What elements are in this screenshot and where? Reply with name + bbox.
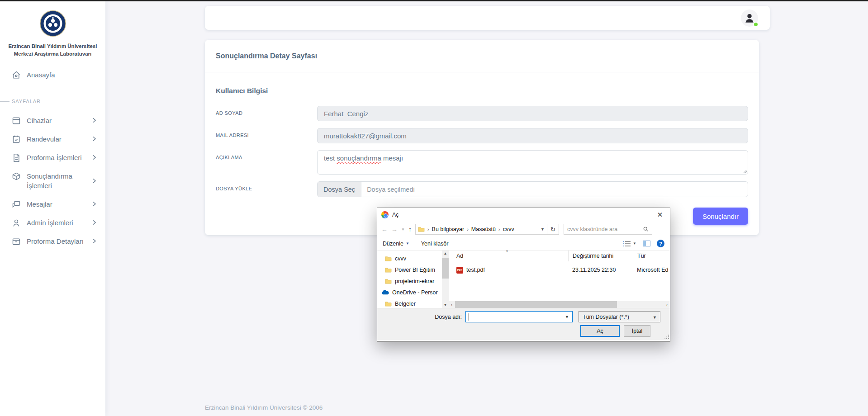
- chevron-right-icon: [92, 201, 96, 207]
- ad-soyad-label: AD SOYAD: [216, 106, 317, 116]
- change-view-button[interactable]: ▼: [623, 241, 636, 246]
- forward-icon[interactable]: →: [391, 226, 398, 233]
- dialog-address-bar: ← → ▼ ↑ › Bu bilgisayar › Masaüstü › cvv…: [377, 222, 670, 237]
- scroll-down-icon[interactable]: ▼: [442, 302, 449, 308]
- chevron-right-icon: [92, 238, 96, 244]
- sidebar-item-sonuclandirma-islemleri[interactable]: Sonuçlandırma İşlemleri: [0, 167, 105, 195]
- scroll-left-icon[interactable]: ‹: [449, 301, 455, 308]
- breadcrumb-separator: ›: [427, 227, 429, 232]
- sidebar-section-label: SAYFALAR: [0, 96, 105, 107]
- tree-item-onedrive[interactable]: OneDrive - Persor: [377, 287, 442, 298]
- breadcrumb-item-cvvv[interactable]: cvvv: [503, 226, 514, 232]
- dialog-title: Aç: [392, 212, 654, 218]
- mail-input[interactable]: [317, 128, 748, 143]
- filename-input[interactable]: ▼: [465, 311, 573, 322]
- online-status-dot: [753, 22, 759, 27]
- folder-tree-pane: cvvv Power BI Eğitim projelerim-ekrar On…: [377, 251, 442, 308]
- chevron-right-icon: [92, 178, 96, 184]
- file-list-header: ▼ Ad Değiştirme tarihi Tür: [449, 251, 670, 261]
- aciklama-textarea[interactable]: test sonuçlandırma mesajı: [317, 150, 748, 175]
- address-dropdown-chevron-icon[interactable]: ▼: [541, 227, 545, 232]
- filename-label: Dosya adı:: [377, 314, 462, 320]
- close-icon[interactable]: ✕: [654, 211, 666, 219]
- scrollbar-thumb[interactable]: [455, 301, 617, 308]
- list-horizontal-scrollbar[interactable]: ‹ ›: [449, 301, 670, 308]
- column-header-type[interactable]: Tür: [633, 251, 670, 261]
- sidebar-item-cihazlar[interactable]: Cihazlar: [0, 111, 105, 130]
- file-input[interactable]: Dosya Seç Dosya seçilmedi: [317, 181, 748, 197]
- page-title: Sonuçlandırma Detay Sayfası: [216, 52, 317, 60]
- preview-pane-icon[interactable]: [643, 241, 650, 246]
- tree-vertical-scrollbar[interactable]: ▲ ▼: [442, 251, 449, 308]
- form-row-ad-soyad: AD SOYAD: [216, 106, 748, 121]
- mail-label: MAIL ADRESI: [216, 128, 317, 138]
- tree-item-cvvv[interactable]: cvvv: [377, 253, 442, 264]
- dialog-open-button[interactable]: Aç: [580, 325, 620, 337]
- scrollbar-thumb[interactable]: [442, 258, 449, 279]
- tree-item-power-bi-egitim[interactable]: Power BI Eğitim: [377, 264, 442, 275]
- section-title: Kullanıcı Bilgisi: [216, 87, 748, 95]
- sonuclandir-button[interactable]: Sonuçlandır: [693, 208, 748, 225]
- column-header-modified[interactable]: Değiştirme tarihi: [568, 251, 633, 261]
- recent-locations-chevron-icon[interactable]: ▼: [401, 227, 405, 232]
- breadcrumb-item-masaustu[interactable]: Masaüstü: [471, 226, 496, 232]
- form-row-mail: MAIL ADRESI: [216, 128, 748, 143]
- file-list-pane: ▼ Ad Değiştirme tarihi Tür PDF test.pdf …: [449, 251, 670, 308]
- top-navbar: [205, 6, 770, 30]
- sidebar-item-mesajlar[interactable]: Mesajlar: [0, 195, 105, 213]
- textarea-resize-grip[interactable]: [742, 169, 747, 173]
- filetype-select[interactable]: Tüm Dosyalar (*.*) ▼: [579, 311, 660, 322]
- help-icon[interactable]: ?: [657, 240, 664, 247]
- dialog-titlebar[interactable]: Aç ✕: [377, 208, 670, 222]
- sidebar-item-anasayfa[interactable]: Anasayfa: [0, 66, 105, 84]
- breadcrumb[interactable]: › Bu bilgisayar › Masaüstü › cvvv ▼: [415, 224, 547, 235]
- back-icon[interactable]: ←: [381, 226, 388, 233]
- filename-dropdown-chevron-icon[interactable]: ▼: [565, 315, 569, 319]
- sidebar-item-admin-islemleri[interactable]: Admin İşlemleri: [0, 213, 105, 232]
- university-logo: [0, 10, 105, 37]
- text-caret: [469, 313, 469, 321]
- tree-item-belgeler[interactable]: Belgeler: [377, 298, 442, 308]
- ad-soyad-input[interactable]: [317, 106, 748, 121]
- new-folder-button[interactable]: Yeni klasör: [421, 241, 449, 247]
- sidebar-item-randevular[interactable]: Randevular: [0, 130, 105, 148]
- form-row-aciklama: AÇIKLAMA test sonuçlandırma mesajı: [216, 150, 748, 175]
- file-row-test-pdf[interactable]: PDF test.pdf 23.11.2025 22:30 Microsoft …: [449, 265, 670, 275]
- organize-dropdown-icon: ▼: [406, 241, 409, 246]
- dialog-resize-grip[interactable]: [664, 334, 669, 339]
- cube-icon: [12, 172, 21, 181]
- onedrive-cloud-icon: [381, 290, 389, 295]
- chevron-right-icon: [92, 220, 96, 225]
- user-avatar[interactable]: [741, 9, 758, 27]
- dosya-label: DOSYA YÜKLE: [216, 181, 317, 191]
- sidebar-item-proforma-islemleri[interactable]: Proforma İşlemleri: [0, 148, 105, 167]
- organize-menu[interactable]: Düzenle ▼: [383, 241, 409, 247]
- breadcrumb-item-bu-bilgisayar[interactable]: Bu bilgisayar: [432, 226, 465, 232]
- dialog-cancel-button[interactable]: İptal: [624, 325, 650, 337]
- tree-item-projelerim-ekran[interactable]: projelerim-ekrar: [377, 275, 442, 287]
- dialog-bottom-panel: Dosya adı: ▼ Tüm Dosyalar (*.*) ▼ Aç İpt…: [377, 308, 670, 340]
- form-row-dosya: DOSYA YÜKLE Dosya Seç Dosya seçilmedi: [216, 181, 748, 197]
- scroll-up-icon[interactable]: ▲: [442, 251, 449, 256]
- document-icon: [12, 153, 21, 162]
- up-icon[interactable]: ↑: [408, 226, 412, 233]
- breadcrumb-separator: ›: [467, 227, 469, 232]
- file-placeholder: Dosya seçilmedi: [361, 186, 415, 193]
- sidebar: Erzincan Binali Yıldırım Üniversitesi Me…: [0, 0, 105, 416]
- dialog-search-input[interactable]: [567, 226, 643, 232]
- view-dropdown-icon: ▼: [633, 241, 636, 246]
- refresh-icon[interactable]: ↻: [547, 224, 559, 235]
- folder-icon: [385, 301, 392, 307]
- misspelled-word: sonuçlandırma: [337, 154, 381, 162]
- home-icon: [12, 71, 21, 80]
- dialog-search[interactable]: [564, 224, 652, 235]
- sidebar-item-proforma-detaylari[interactable]: Proforma Detayları: [0, 232, 105, 251]
- folder-icon: [418, 227, 425, 232]
- file-choose-button[interactable]: Dosya Seç: [318, 182, 361, 197]
- scroll-right-icon[interactable]: ›: [664, 301, 670, 308]
- chevron-right-icon: [92, 118, 96, 123]
- folder-icon: [385, 279, 392, 284]
- folder-icon: [385, 256, 392, 261]
- list-view-icon: [623, 241, 631, 246]
- file-name: test.pdf: [466, 267, 485, 273]
